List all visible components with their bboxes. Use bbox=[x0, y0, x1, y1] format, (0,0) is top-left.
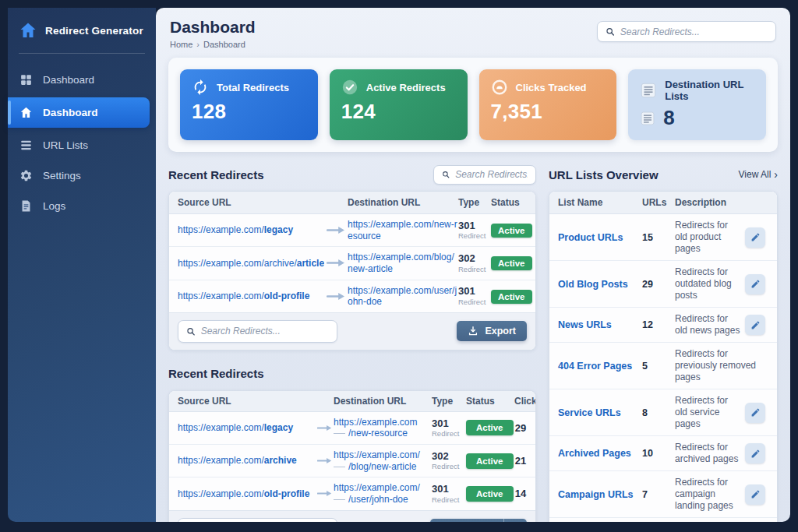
footer-search-input[interactable] bbox=[201, 326, 329, 336]
export-split-button: Export bbox=[430, 519, 527, 522]
pencil-icon bbox=[750, 320, 761, 330]
arrow-right-icon bbox=[315, 424, 334, 432]
list-icon bbox=[19, 139, 33, 152]
sidebar-item-settings[interactable]: Settings bbox=[8, 160, 156, 191]
list-name-link[interactable]: Old Blog Posts bbox=[558, 279, 639, 290]
redirect-row: https://example.com/old-profilehttps://e… bbox=[169, 280, 535, 312]
url-list-row: Old Blog Posts29Redirects for outdated b… bbox=[549, 260, 777, 307]
section-title: Recent Redirects bbox=[168, 367, 264, 380]
list-name-link[interactable]: News URLs bbox=[558, 319, 639, 330]
stat-card-total-redirects: Total Redirects128 bbox=[180, 69, 318, 140]
home-icon bbox=[19, 106, 33, 119]
list-description: Redirects for previously removed pages bbox=[675, 348, 768, 383]
arrow-right-icon bbox=[324, 226, 348, 234]
redirect-row: https://example.com/archivehttps://examp… bbox=[169, 444, 535, 477]
status-badge: Active bbox=[491, 256, 532, 270]
stat-value: 128 bbox=[192, 100, 226, 124]
gear-icon bbox=[19, 169, 33, 182]
edit-list-button[interactable] bbox=[745, 274, 765, 294]
url-list-row: 404 Error Pages5Redirects for previously… bbox=[549, 342, 777, 389]
export-label: Export bbox=[485, 326, 516, 336]
edit-list-button[interactable] bbox=[745, 443, 765, 463]
url-count: 7 bbox=[642, 489, 672, 500]
table-footer: Export bbox=[169, 312, 535, 350]
table-header: List Name URLs Description bbox=[549, 192, 777, 214]
sidebar-item-url-lists[interactable]: URL Lists bbox=[8, 130, 156, 160]
destination-url-link[interactable]: https://example.com/user/john-doe bbox=[348, 285, 458, 308]
url-list-row: Archived Pages10Redirects for archived p… bbox=[549, 435, 777, 470]
arrow-right-icon bbox=[324, 292, 348, 301]
table-body: https://example.com/legacyhttps://exampl… bbox=[169, 214, 535, 312]
destination-url-link[interactable]: https://example.com/new-resource bbox=[348, 219, 458, 241]
recent-redirects-table-1: Source URL Destination URL Type Status h… bbox=[168, 191, 536, 351]
sidebar-item-label: Settings bbox=[43, 170, 81, 181]
global-search[interactable] bbox=[597, 21, 776, 42]
edit-list-button[interactable] bbox=[745, 403, 765, 423]
check-icon bbox=[341, 79, 358, 96]
sidebar-item-dashboard[interactable]: Dashboard bbox=[8, 97, 150, 128]
pencil-icon bbox=[750, 232, 761, 242]
source-url-link[interactable]: https://example.com/old-profile bbox=[178, 291, 324, 302]
table-body: Product URLs15Redirects for old product … bbox=[549, 214, 777, 522]
arrow-right-icon bbox=[315, 489, 334, 498]
sidebar-item-dashboard[interactable]: Dashboard bbox=[8, 65, 156, 95]
column-type: Type bbox=[458, 197, 491, 208]
clicks-count: 21 bbox=[514, 455, 527, 467]
sync-icon bbox=[192, 79, 209, 96]
list-name-link[interactable]: 404 Error Pages bbox=[558, 361, 639, 372]
destination-url-link[interactable]: https://example.com/blog/new-article bbox=[348, 252, 458, 274]
view-all-link[interactable]: View All › bbox=[739, 169, 778, 180]
download-icon bbox=[468, 326, 478, 336]
destination-url-link[interactable]: https://example.com/new-resource bbox=[334, 417, 432, 439]
table-body: https://example.com/legacyhttps://exampl… bbox=[169, 412, 535, 510]
global-search-input[interactable] bbox=[620, 26, 768, 37]
pencil-icon bbox=[750, 279, 761, 289]
edit-list-button[interactable] bbox=[745, 484, 765, 505]
source-url-link[interactable]: https://example.com/legacy bbox=[178, 224, 324, 236]
stat-value: 8 bbox=[663, 106, 675, 130]
list-description: Redirects for old service pages bbox=[675, 395, 742, 430]
url-count: 10 bbox=[642, 448, 672, 459]
table-search[interactable] bbox=[433, 165, 536, 185]
export-button[interactable]: Export bbox=[430, 519, 497, 522]
sidebar-item-label: URL Lists bbox=[43, 139, 88, 151]
table-header: Source URL Destination URL Type Status bbox=[169, 192, 535, 214]
left-column: Recent Redirects Source URL Destination … bbox=[168, 163, 536, 522]
source-url-link[interactable]: https://example.com/archive bbox=[178, 455, 315, 467]
recent-redirects-table-2: Source URL Destination URL Type Status C… bbox=[168, 390, 536, 522]
edit-list-button[interactable] bbox=[745, 315, 765, 335]
source-url-link[interactable]: https://example.com/old-profile bbox=[178, 488, 315, 500]
url-count: 29 bbox=[642, 279, 672, 290]
table-header: Source URL Destination URL Type Status C… bbox=[169, 391, 535, 412]
list-name-link[interactable]: Service URLs bbox=[558, 407, 639, 418]
column-destination-url: Destination URL bbox=[348, 197, 458, 208]
status-badge: Active bbox=[466, 420, 514, 435]
arrow-right-icon bbox=[324, 259, 348, 267]
export-dropdown-toggle[interactable] bbox=[503, 519, 527, 522]
list-name-link[interactable]: Campaign URLs bbox=[558, 489, 639, 500]
recent-redirects-1-header: Recent Redirects bbox=[168, 163, 536, 186]
clicks-count: 29 bbox=[514, 422, 527, 434]
list-name-link[interactable]: Archived Pages bbox=[558, 448, 639, 459]
url-list-row: Service URLs8Redirects for old service p… bbox=[549, 389, 777, 435]
source-url-link[interactable]: https://example.com/legacy bbox=[178, 422, 315, 434]
url-count: 15 bbox=[642, 232, 672, 243]
destination-url-link[interactable]: https://example.com//user/john-doe bbox=[334, 482, 432, 505]
source-url-link[interactable]: https://example.com/archive/article bbox=[178, 258, 324, 270]
stat-label: Clicks Tracked bbox=[516, 82, 587, 93]
sidebar-item-logs[interactable]: Logs bbox=[8, 191, 156, 221]
footer-search[interactable] bbox=[178, 320, 337, 343]
table-search-input[interactable] bbox=[455, 169, 528, 180]
list-name-link[interactable]: Product URLs bbox=[558, 232, 639, 243]
redirect-row: https://example.com/legacyhttps://exampl… bbox=[169, 412, 535, 444]
destination-url-link[interactable]: https://example.com//blog/new-article bbox=[334, 449, 432, 472]
column-list-name: List Name bbox=[558, 197, 639, 208]
arrow-right-icon bbox=[315, 456, 334, 465]
redirect-type: 301Redirect bbox=[458, 220, 491, 240]
grid-icon bbox=[19, 73, 33, 86]
footer-search[interactable] bbox=[178, 518, 337, 523]
breadcrumb-home[interactable]: Home bbox=[170, 40, 192, 49]
edit-list-button[interactable] bbox=[745, 227, 765, 248]
export-button[interactable]: Export bbox=[457, 321, 527, 341]
url-list-row: Campaign URLs7Redirects for campaign lan… bbox=[549, 470, 777, 517]
